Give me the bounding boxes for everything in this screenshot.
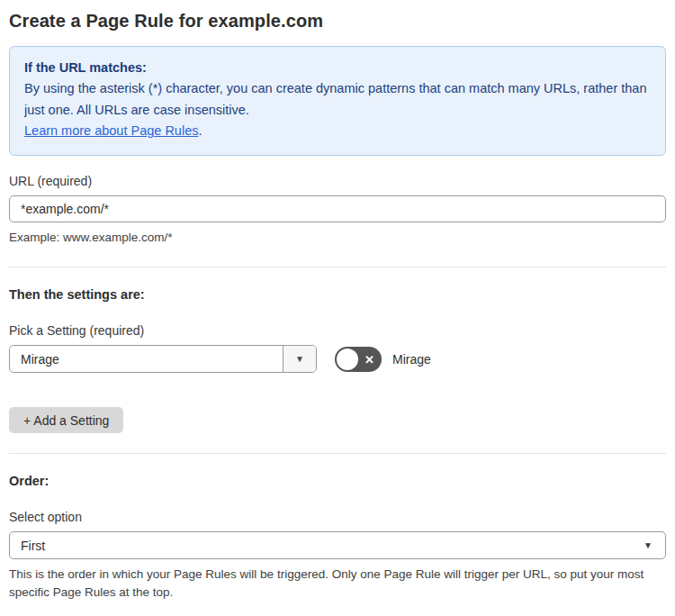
url-input[interactable] bbox=[9, 195, 666, 222]
info-box-heading: If the URL matches: bbox=[24, 58, 651, 78]
settings-section-heading: Then the settings are: bbox=[9, 287, 666, 302]
pick-setting-label: Pick a Setting (required) bbox=[9, 323, 666, 338]
toggle-knob bbox=[337, 349, 358, 370]
divider bbox=[9, 453, 666, 454]
mirage-toggle[interactable]: ✕ bbox=[335, 347, 382, 372]
learn-more-link[interactable]: Learn more about Page Rules bbox=[24, 123, 198, 138]
order-select-label: Select option bbox=[9, 510, 666, 524]
add-setting-button[interactable]: + Add a Setting bbox=[9, 407, 123, 433]
divider bbox=[9, 267, 666, 267]
setting-select[interactable]: Mirage ▼ bbox=[9, 345, 317, 373]
mirage-toggle-label: Mirage bbox=[392, 352, 431, 367]
info-box-link-line: Learn more about Page Rules. bbox=[24, 121, 651, 141]
mirage-toggle-group: ✕ Mirage bbox=[335, 347, 431, 372]
link-suffix: . bbox=[198, 123, 202, 138]
order-select[interactable]: First ▼ bbox=[9, 531, 666, 559]
page-title: Create a Page Rule for example.com bbox=[9, 11, 666, 32]
info-box-body: By using the asterisk (*) character, you… bbox=[24, 78, 651, 121]
chevron-down-icon: ▼ bbox=[295, 354, 304, 364]
url-field-helper: Example: www.example.com/* bbox=[9, 229, 666, 247]
setting-select-arrow-button[interactable]: ▼ bbox=[283, 346, 316, 372]
setting-row: Mirage ▼ ✕ Mirage bbox=[9, 345, 666, 373]
url-field-label: URL (required) bbox=[9, 174, 666, 188]
setting-select-value: Mirage bbox=[10, 346, 283, 372]
page-rule-form: Create a Page Rule for example.com If th… bbox=[0, 0, 675, 616]
chevron-down-icon: ▼ bbox=[644, 540, 652, 550]
toggle-off-x-icon: ✕ bbox=[364, 353, 374, 365]
order-select-value: First bbox=[21, 539, 45, 553]
url-match-info-box: If the URL matches: By using the asteris… bbox=[9, 46, 666, 156]
order-helper-text: This is the order in which your Page Rul… bbox=[9, 566, 666, 602]
order-section-heading: Order: bbox=[9, 474, 666, 488]
